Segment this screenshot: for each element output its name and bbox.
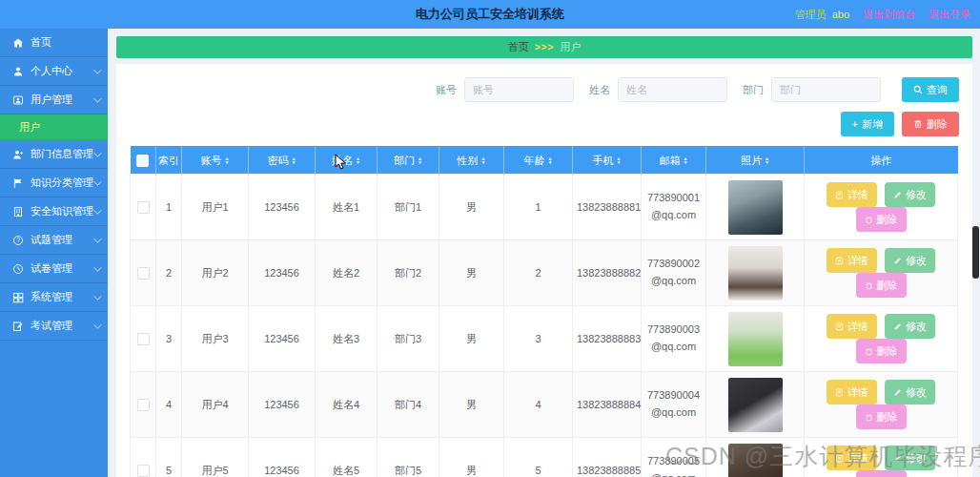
- search-icon: [913, 85, 923, 94]
- sort-icon[interactable]: ▲▼: [481, 156, 486, 164]
- app-window: 电力公司员工安全培训系统 管理员 abo 退出到前台 退出登录 首页 个人中心 …: [0, 0, 980, 477]
- row-checkbox[interactable]: [137, 399, 150, 411]
- cell-account: 用户1: [182, 175, 249, 240]
- cell-email: 773890004@qq.com: [642, 372, 706, 438]
- sidebar-item-personal-center[interactable]: 个人中心: [0, 57, 108, 86]
- name-filter-input[interactable]: [618, 77, 727, 102]
- detail-button[interactable]: 详情: [827, 182, 877, 207]
- pencil-icon: [893, 191, 902, 199]
- row-checkbox[interactable]: [137, 333, 150, 345]
- col-age[interactable]: 年龄▲▼: [504, 147, 573, 175]
- col-name[interactable]: 姓名▲▼: [316, 147, 378, 175]
- edit-button[interactable]: 修改: [885, 380, 935, 404]
- sidebar-item-department-info[interactable]: 部门信息管理: [0, 140, 108, 169]
- row-checkbox[interactable]: [137, 201, 150, 214]
- cell-dept: 部门1: [378, 175, 439, 240]
- cell-dept: 部门5: [378, 438, 439, 477]
- col-phone[interactable]: 手机▲▼: [573, 147, 642, 175]
- cell-name: 姓名4: [316, 372, 378, 438]
- col-photo[interactable]: 照片▲▼: [706, 147, 805, 175]
- scrollbar-thumb[interactable]: [972, 226, 979, 279]
- sort-icon[interactable]: ▲▼: [548, 156, 553, 164]
- chevron-down-icon: [93, 263, 101, 271]
- sort-icon[interactable]: ▲▼: [292, 156, 296, 164]
- cell-password: 123456: [249, 240, 316, 306]
- detail-button[interactable]: 详情: [827, 314, 877, 339]
- sort-icon[interactable]: ▲▼: [765, 156, 769, 164]
- account-filter-input[interactable]: [464, 77, 574, 102]
- sidebar-item-user-management[interactable]: 用户管理: [0, 86, 108, 114]
- sidebar-item-label: 考试管理: [31, 319, 72, 333]
- sort-icon[interactable]: ▲▼: [225, 156, 230, 164]
- sidebar-item-label: 个人中心: [31, 64, 72, 78]
- edit-button[interactable]: 修改: [885, 248, 935, 273]
- row-checkbox[interactable]: [137, 267, 150, 280]
- sidebar-item-exam-management[interactable]: 考试管理: [0, 312, 108, 341]
- delete-button[interactable]: 删除: [856, 207, 907, 232]
- sort-icon[interactable]: ▲▼: [617, 156, 622, 164]
- add-button[interactable]: + 新增: [841, 112, 894, 136]
- trash-icon: [913, 119, 923, 129]
- folder-users-icon: [12, 94, 24, 106]
- sidebar-item-label: 试卷管理: [31, 261, 72, 276]
- query-button[interactable]: 查询: [902, 77, 959, 102]
- cell-password: 123456: [249, 175, 316, 240]
- table-row: 4 用户4 123456 姓名4 部门4 男 4 13823888884 773…: [131, 372, 958, 438]
- col-index: 索引: [156, 147, 182, 175]
- sidebar-item-question-management[interactable]: ? 试题管理: [0, 226, 108, 255]
- select-all-checkbox[interactable]: [136, 155, 149, 167]
- sidebar-item-system-management[interactable]: 系统管理: [0, 283, 108, 312]
- user-photo: [728, 312, 783, 366]
- cell-phone: 13823888884: [573, 372, 642, 438]
- delete-button[interactable]: 删除: [856, 404, 907, 429]
- link-logout[interactable]: 退出登录: [929, 8, 970, 22]
- sidebar-item-label: 用户管理: [31, 93, 72, 107]
- sort-icon[interactable]: ▲▼: [684, 156, 688, 164]
- cell-name: 姓名3: [316, 306, 378, 372]
- detail-button[interactable]: 详情: [827, 380, 877, 404]
- sidebar-item-safety-knowledge[interactable]: 安全知识管理: [0, 197, 108, 226]
- bulk-delete-button-label: 删除: [927, 117, 948, 132]
- chevron-down-icon: [93, 321, 101, 328]
- delete-button[interactable]: 删除: [856, 273, 907, 298]
- sidebar-subitem-user-active[interactable]: 用户: [0, 114, 108, 140]
- bulk-delete-button[interactable]: 删除: [902, 112, 959, 136]
- cell-account: 用户4: [182, 372, 249, 438]
- cell-gender: 男: [439, 306, 504, 372]
- breadcrumb: 首页 >>> 用户: [116, 36, 972, 58]
- flag-icon: [12, 177, 24, 189]
- link-back-to-front[interactable]: 退出到前台: [863, 8, 915, 22]
- sort-icon[interactable]: ▲▼: [418, 156, 422, 164]
- sidebar-item-paper-management[interactable]: 试卷管理: [0, 255, 108, 283]
- building-icon: [12, 206, 24, 218]
- select-all-header[interactable]: [131, 147, 156, 175]
- detail-button[interactable]: 详情: [827, 248, 877, 273]
- breadcrumb-home[interactable]: 首页: [508, 40, 529, 54]
- sidebar-item-knowledge-category[interactable]: 知识分类管理: [0, 169, 108, 197]
- user-photo: [728, 180, 783, 235]
- edit-button[interactable]: 修改: [885, 314, 935, 339]
- cell-index: 2: [156, 240, 182, 306]
- col-password[interactable]: 密码▲▼: [249, 147, 316, 175]
- table-header-row: 索引 账号▲▼ 密码▲▼ 姓名▲▼ 部门▲▼ 性别▲▼ 年龄▲▼ 手机▲▼ 邮箱…: [131, 147, 958, 175]
- sidebar-item-label: 安全知识管理: [31, 204, 93, 218]
- dept-filter-input[interactable]: [771, 77, 881, 102]
- sidebar-item-home[interactable]: 首页: [0, 29, 108, 57]
- user-photo: [728, 246, 783, 301]
- col-account[interactable]: 账号▲▼: [182, 147, 249, 175]
- sidebar-nav: 首页 个人中心 用户管理 用户 部门信息管理 知识分类管理 安全知识管理: [0, 29, 108, 477]
- cell-gender: 男: [439, 240, 504, 306]
- user-photo: [728, 378, 783, 432]
- delete-button[interactable]: 删除: [856, 339, 907, 363]
- sort-icon[interactable]: ▲▼: [356, 156, 360, 164]
- cell-password: 123456: [249, 372, 316, 438]
- col-email[interactable]: 邮箱▲▼: [642, 147, 706, 175]
- content-panel: 账号 姓名 部门 查询 + 新增 删除: [116, 64, 972, 477]
- row-checkbox[interactable]: [137, 465, 150, 477]
- edit-button[interactable]: 修改: [885, 182, 935, 207]
- document-icon: [835, 257, 844, 265]
- col-dept[interactable]: 部门▲▼: [378, 147, 439, 175]
- trash-icon: [865, 347, 873, 356]
- col-gender[interactable]: 性别▲▼: [439, 147, 504, 175]
- users-table: 索引 账号▲▼ 密码▲▼ 姓名▲▼ 部门▲▼ 性别▲▼ 年龄▲▼ 手机▲▼ 邮箱…: [130, 146, 958, 477]
